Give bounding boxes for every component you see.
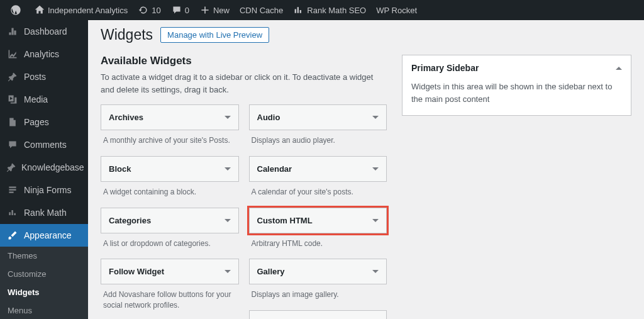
admin-sidebar: DashboardAnalyticsPostsMediaPagesComment…	[0, 20, 88, 319]
caret-down-icon	[372, 116, 379, 119]
menu-item-analytics[interactable]: Analytics	[0, 43, 88, 65]
wp-logo[interactable]	[5, 0, 29, 20]
widget-title: Custom HTML	[257, 216, 313, 225]
widget-categories[interactable]: Categories	[101, 208, 239, 233]
updates[interactable]: 10	[133, 0, 165, 20]
pages-icon	[6, 116, 19, 128]
wp-rocket[interactable]: WP Rocket	[371, 0, 422, 20]
plus-icon	[199, 4, 211, 16]
widget-desc: Add Novashare follow buttons for your so…	[101, 284, 239, 313]
caret-down-icon	[372, 219, 379, 222]
caret-down-icon	[372, 270, 379, 273]
menu-item-knowledgebase[interactable]: Knowledgebase	[0, 156, 88, 179]
form-icon	[6, 184, 19, 196]
menu-item-label: Appearance	[24, 230, 72, 240]
widget-desc: Arbitrary HTML code.	[249, 233, 387, 252]
widget-desc: A widget containing a block.	[101, 182, 239, 200]
widget-meta[interactable]: Meta	[249, 310, 387, 319]
available-widgets-heading: Available Widgets	[101, 55, 387, 67]
comments[interactable]: 0	[166, 0, 194, 20]
admin-toolbar: Independent Analytics 10 0 New CDN Cache…	[0, 0, 644, 20]
manage-live-preview-button[interactable]: Manage with Live Preview	[160, 27, 269, 43]
menu-item-dashboard[interactable]: Dashboard	[0, 20, 88, 43]
updates-count: 10	[152, 6, 160, 15]
widget-archives[interactable]: Archives	[101, 104, 239, 130]
site-name[interactable]: Independent Analytics	[29, 0, 133, 20]
sidebar-area-toggle[interactable]: Primary Sidebar	[402, 55, 631, 81]
widget-gallery[interactable]: Gallery	[249, 259, 387, 284]
caret-down-icon	[225, 116, 231, 119]
menu-item-label: Dashboard	[24, 26, 67, 36]
page-title: Widgets	[101, 26, 153, 43]
menu-item-label: Comments	[24, 140, 67, 150]
widget-title: Audio	[257, 113, 280, 122]
submenu-item-widgets[interactable]: Widgets	[0, 283, 88, 301]
menu-item-label: Posts	[24, 72, 46, 82]
wordpress-icon	[10, 4, 21, 16]
menu-item-appearance[interactable]: Appearance	[0, 224, 88, 247]
refresh-icon	[138, 4, 149, 16]
new-content[interactable]: New	[194, 0, 235, 20]
widget-title: Block	[109, 164, 131, 174]
menu-item-media[interactable]: Media	[0, 88, 88, 111]
caret-down-icon	[225, 270, 231, 273]
rank-math-seo[interactable]: Rank Math SEO	[288, 0, 371, 20]
menu-item-rank-math[interactable]: Rank Math	[0, 201, 88, 224]
site-name-label: Independent Analytics	[48, 6, 128, 15]
home-icon	[34, 4, 45, 16]
widget-desc: A monthly archive of your site's Posts.	[101, 130, 239, 148]
menu-item-pages[interactable]: Pages	[0, 111, 88, 133]
main-content: Widgets Manage with Live Preview Availab…	[88, 20, 644, 319]
widget-calendar[interactable]: Calendar	[249, 156, 387, 182]
available-widgets-panel: Available Widgets To activate a widget d…	[101, 55, 387, 319]
widget-audio[interactable]: Audio	[249, 104, 387, 130]
menu-item-label: Pages	[24, 117, 49, 127]
rank-icon	[6, 206, 19, 219]
sidebar-area-primary: Primary Sidebar Widgets in this area wil…	[402, 55, 631, 116]
new-label: New	[213, 6, 230, 15]
widget-title: Follow Widget	[109, 267, 164, 276]
caret-down-icon	[225, 167, 231, 171]
sidebar-area-title: Primary Sidebar	[411, 63, 479, 73]
pin-icon	[6, 161, 16, 174]
menu-item-comments[interactable]: Comments	[0, 133, 88, 156]
widget-desc: Displays an image gallery.	[249, 284, 387, 303]
caret-down-icon	[225, 219, 231, 222]
available-widgets-help: To activate a widget drag it to a sideba…	[101, 71, 387, 96]
dashboard-icon	[6, 25, 19, 38]
caret-down-icon	[372, 167, 379, 171]
menu-item-posts[interactable]: Posts	[0, 65, 88, 88]
widget-desc: Displays an audio player.	[249, 130, 387, 148]
rankmath-label: Rank Math SEO	[307, 6, 366, 15]
chart-icon	[293, 4, 304, 16]
submenu-item-customize[interactable]: Customize	[0, 265, 88, 283]
widget-title: Calendar	[257, 164, 292, 174]
analytics-icon	[6, 48, 19, 60]
comment-icon	[171, 4, 182, 16]
widget-follow-widget[interactable]: Follow Widget	[101, 259, 239, 284]
menu-item-label: Ninja Forms	[24, 185, 71, 195]
caret-up-icon	[616, 67, 622, 70]
widget-title: Archives	[109, 113, 143, 122]
widget-title: Categories	[109, 216, 151, 225]
rocket-label: WP Rocket	[376, 6, 417, 15]
comments-count: 0	[185, 6, 189, 15]
menu-item-label: Analytics	[24, 49, 59, 59]
brush-icon	[6, 229, 19, 242]
widget-desc: A list or dropdown of categories.	[101, 233, 239, 252]
pin-icon	[6, 70, 19, 83]
menu-item-label: Knowledgebase	[21, 162, 84, 172]
cdn-label: CDN Cache	[240, 6, 283, 15]
comment-icon	[6, 138, 19, 151]
cdn-cache[interactable]: CDN Cache	[235, 0, 288, 20]
menu-item-ninja-forms[interactable]: Ninja Forms	[0, 179, 88, 201]
submenu-item-menus[interactable]: Menus	[0, 301, 88, 319]
widget-block[interactable]: Block	[101, 156, 239, 182]
media-icon	[6, 93, 19, 106]
widget-custom-html[interactable]: Custom HTML	[249, 208, 387, 233]
submenu-item-themes[interactable]: Themes	[0, 247, 88, 265]
widget-title: Gallery	[257, 267, 285, 276]
sidebar-area-desc: Widgets in this area will be shown in th…	[402, 81, 631, 115]
menu-item-label: Rank Math	[24, 208, 67, 218]
menu-item-label: Media	[24, 94, 48, 104]
